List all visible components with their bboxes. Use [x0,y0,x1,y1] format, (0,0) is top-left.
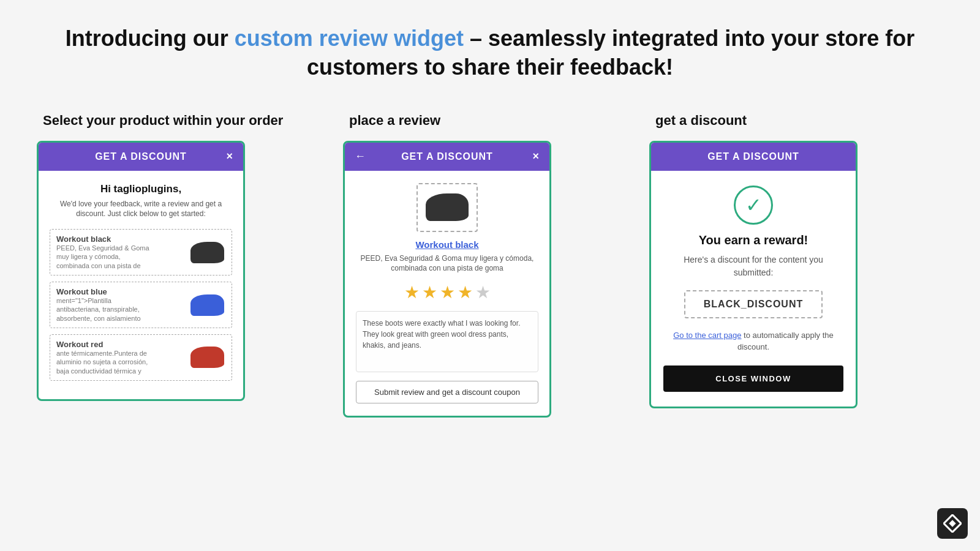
widget-header-3: GET A DISCOUNT [651,143,856,171]
column3-title: get a discount [649,113,747,129]
shoe-icon-blue [190,294,224,316]
panel2-shoe-icon [426,193,469,221]
heading-prefix: Introducing our [66,26,235,51]
product-info-blue: Workout blue ment="1">Plantilla antibact… [56,287,154,323]
widget-body-1: Hi taglioplugins, We'd love your feedbac… [39,171,243,399]
checkmark-icon: ✓ [745,193,762,217]
product-item-blue[interactable]: Workout blue ment="1">Plantilla antibact… [50,282,232,328]
product-desc-red: ante térmicamente.Puntera de aluminio no… [56,349,154,375]
close-window-button[interactable]: CLOSE WINDOW [663,365,843,392]
reward-desc: Here's a discount for the content you su… [663,253,843,279]
product-img-red [189,343,225,371]
widget-header-2-title: GET A DISCOUNT [401,151,493,162]
star-1[interactable]: ★ [404,282,420,302]
coupon-code: BLACK_DISCOUNT [684,290,823,318]
widget-header-1-title: GET A DISCOUNT [95,151,187,162]
logo-icon [943,514,962,533]
review-text-display[interactable]: These boots were exactly what I was look… [356,311,538,372]
svg-rect-1 [949,520,956,527]
widget-header-1: GET A DISCOUNT × [39,143,243,171]
shoe-icon-black [190,242,224,263]
greeting-subtext: We'd love your feedback, write a review … [50,199,232,220]
column2-title: place a review [343,113,440,129]
column-get-discount: get a discount GET A DISCOUNT ✓ You earn… [649,113,943,408]
widget-panel-1: GET A DISCOUNT × Hi taglioplugins, We'd … [37,141,245,401]
product-info-black: Workout black PEED, Eva Seguridad & Goma… [56,234,154,270]
product-name-red: Workout red [56,340,154,349]
success-circle: ✓ [734,186,773,225]
product-item-black[interactable]: Workout black PEED, Eva Seguridad & Goma… [50,229,232,276]
product-img-blue [189,291,225,319]
product-img-black [189,239,225,266]
star-5[interactable]: ★ [475,282,491,302]
panel2-product-desc: PEED, Eva Seguridad & Goma muy ligera y … [356,253,538,274]
product-name-black: Workout black [56,234,154,244]
close-button-1[interactable]: × [226,150,233,163]
widget-header-3-title: GET A DISCOUNT [707,151,799,162]
panel3-body: ✓ You earn a reward! Here's a discount f… [651,171,856,407]
widget-panel-2: ← GET A DISCOUNT × Workout black PEED, E… [343,141,551,418]
star-4[interactable]: ★ [458,282,473,302]
star-3[interactable]: ★ [440,282,455,302]
main-heading: Introducing our custom review widget – s… [37,24,943,82]
bottom-logo [937,508,968,539]
columns-container: Select your product within your order GE… [37,113,943,418]
widget-body-2: Workout black PEED, Eva Seguridad & Goma… [345,171,549,416]
cart-link-container: Go to the cart page to automatically app… [663,329,843,353]
column-place-review: place a review ← GET A DISCOUNT × Workou… [343,113,637,418]
heading-highlight: custom review widget [235,26,464,51]
column-select-product: Select your product within your order GE… [37,113,331,401]
column1-title: Select your product within your order [37,113,283,129]
product-item-red[interactable]: Workout red ante térmicamente.Puntera de… [50,334,232,381]
panel2-shoe-container [417,183,478,232]
panel2-product-image [356,183,538,232]
reward-title: You earn a reward! [699,233,809,247]
cart-link-suffix: to automatically apply the discount. [737,331,834,352]
cart-page-link[interactable]: Go to the cart page [673,331,741,340]
submit-review-button[interactable]: Submit review and get a discount coupon [356,381,538,403]
panel1-greeting: Hi taglioplugins, We'd love your feedbac… [50,183,232,220]
shoe-icon-red [190,347,224,368]
product-desc-blue: ment="1">Plantilla antibacteriana, trans… [56,296,154,323]
product-info-red: Workout red ante térmicamente.Puntera de… [56,340,154,375]
back-button-2[interactable]: ← [355,150,366,163]
panel2-product-name[interactable]: Workout black [356,239,538,250]
widget-panel-3: GET A DISCOUNT ✓ You earn a reward! Here… [649,141,858,408]
greeting-name: Hi taglioplugins, [50,183,232,195]
close-button-2[interactable]: × [532,150,540,163]
product-name-blue: Workout blue [56,287,154,296]
stars-row: ★ ★ ★ ★ ★ [356,282,538,302]
widget-header-2: ← GET A DISCOUNT × [345,143,549,171]
page-wrapper: Introducing our custom review widget – s… [0,0,980,442]
star-2[interactable]: ★ [422,282,437,302]
product-desc-black: PEED, Eva Seguridad & Goma muy ligera y … [56,244,154,270]
